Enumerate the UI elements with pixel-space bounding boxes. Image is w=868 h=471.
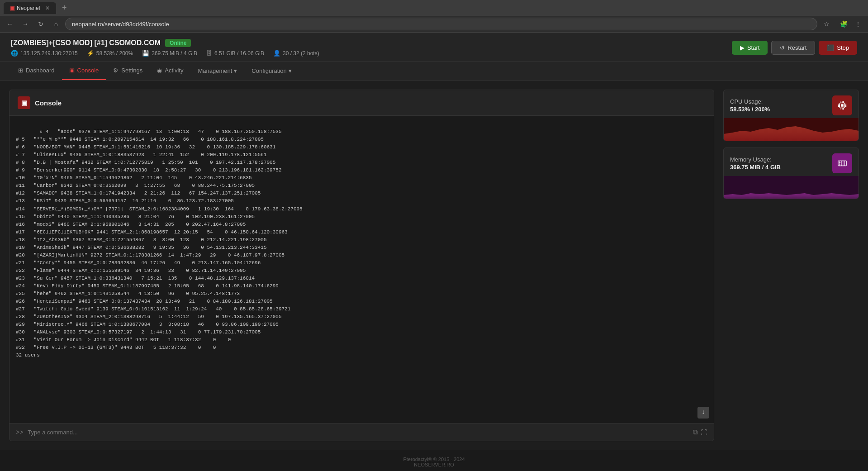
content-area: ▣ Console # 4 "aods" 9378 STEAM_1:1:9477…	[0, 81, 868, 450]
server-actions: ▶ Start ↺ Restart ⬛ Stop	[732, 41, 857, 55]
active-tab[interactable]: ▣ Neopanel ✕	[4, 2, 56, 14]
cpu-icon-card	[832, 95, 852, 115]
memory-value: 369.75 MiB / 4 GiB	[730, 164, 781, 171]
tab-title: Neopanel	[17, 5, 40, 11]
svg-rect-1	[841, 104, 844, 107]
management-chevron: ▾	[234, 67, 237, 74]
tab-configuration[interactable]: Configuration ▾	[244, 62, 299, 80]
cpu-card-header: CPU Usage: 58.53% / 200%	[724, 90, 859, 118]
server-disk: 6.51 GiB / 16.06 GiB	[214, 50, 264, 57]
start-button[interactable]: ▶ Start	[732, 41, 768, 55]
console-header: ▣ Console	[9, 90, 714, 116]
tab-settings[interactable]: ⚙ Settings	[106, 62, 150, 80]
memory-resource-card: Memory Usage: 369.75 MiB / 4 GiB	[723, 147, 859, 199]
server-players: 30 / 32 (2 bots)	[283, 50, 319, 57]
restart-button[interactable]: ↺ Restart	[771, 41, 815, 55]
menu-btn[interactable]: ⋮	[852, 18, 864, 30]
tab-activity[interactable]: ◉ Activity	[150, 62, 190, 80]
console-text: # 4 "aods" 9378 STEAM_1:1:947798167 13 1…	[16, 129, 303, 358]
console-output: # 4 "aods" 9378 STEAM_1:1:947798167 13 1…	[9, 116, 714, 423]
settings-icon: ⚙	[113, 67, 119, 74]
console-panel: ▣ Console # 4 "aods" 9378 STEAM_1:1:9477…	[9, 90, 714, 441]
footer: Pterodactyl® © 2015 - 2024 NEOSERVER.RO	[0, 450, 868, 471]
dashboard-icon: ⊞	[18, 67, 23, 74]
start-icon: ▶	[740, 44, 745, 51]
console-prompt-icon: >>	[16, 428, 23, 436]
stat-cpu: ⚡ 58.53% / 200%	[87, 50, 133, 57]
stop-button[interactable]: ⬛ Stop	[819, 41, 857, 55]
memory-icon: 💾	[142, 50, 149, 57]
console-input[interactable]	[28, 429, 688, 436]
console-fullscreen-btn[interactable]: ⛶	[701, 428, 707, 436]
tab-dashboard[interactable]: ⊞ Dashboard	[11, 62, 62, 80]
cpu-chart	[724, 118, 859, 141]
restart-icon: ↺	[780, 44, 785, 51]
nav-tabs: ⊞ Dashboard ▣ Console ⚙ Settings ◉ Activ…	[0, 62, 868, 81]
extensions-btn[interactable]: 🧩	[837, 18, 850, 30]
cpu-label: CPU Usage:	[730, 98, 770, 105]
reload-button[interactable]: ↻	[34, 18, 47, 30]
svg-marker-22	[724, 193, 859, 199]
server-ip: 135.125.249.130:27015	[20, 50, 78, 57]
browser-chrome: ▣ Neopanel ✕ + ← → ↻ ⌂ ☆ 🧩 ⋮	[0, 0, 868, 33]
tab-close[interactable]: ✕	[45, 5, 50, 11]
stop-label: Stop	[837, 44, 849, 51]
cpu-info: CPU Usage: 58.53% / 200%	[730, 98, 770, 113]
stat-memory: 💾 369.75 MiB / 4 GiB	[142, 50, 197, 57]
management-label: Management	[198, 67, 232, 74]
players-icon: 👤	[273, 50, 280, 57]
scroll-down-btn[interactable]: ↓	[697, 407, 709, 419]
stat-players: 👤 30 / 32 (2 bots)	[273, 50, 319, 57]
tab-management[interactable]: Management ▾	[190, 62, 244, 80]
memory-card-header: Memory Usage: 369.75 MiB / 4 GiB	[724, 148, 859, 176]
new-tab-btn[interactable]: +	[58, 2, 71, 14]
tab-favicon: ▣	[10, 5, 15, 11]
footer-company: NEOSERVER.RO	[414, 462, 454, 467]
tab-console-label: Console	[77, 67, 99, 74]
tab-console[interactable]: ▣ Console	[62, 62, 106, 80]
forward-button[interactable]: →	[19, 18, 32, 30]
activity-icon: ◉	[157, 67, 162, 74]
app-container: [ZOMBIES]+[CSO MOD] [#1] CSOMOD.COM Onli…	[0, 33, 868, 471]
server-memory: 369.75 MiB / 4 GiB	[152, 50, 197, 57]
back-button[interactable]: ←	[4, 18, 16, 30]
svg-marker-14	[724, 126, 859, 141]
stat-ip: 🌐 135.125.249.130:27015	[11, 50, 78, 57]
server-title-area: [ZOMBIES]+[CSO MOD] [#1] CSOMOD.COM Onli…	[11, 39, 319, 57]
home-button[interactable]: ⌂	[50, 18, 62, 30]
memory-label: Memory Usage:	[730, 156, 781, 163]
tab-activity-label: Activity	[165, 67, 183, 74]
disk-icon: 🗄	[206, 50, 212, 57]
cpu-icon: ⚡	[87, 50, 94, 57]
tab-dashboard-label: Dashboard	[26, 67, 55, 74]
right-panel: CPU Usage: 58.53% / 200%	[723, 90, 859, 441]
server-cpu: 58.53% / 200%	[96, 50, 133, 57]
console-title: Console	[35, 99, 62, 107]
address-bar[interactable]	[65, 18, 817, 30]
server-name: [ZOMBIES]+[CSO MOD] [#1] CSOMOD.COM	[11, 39, 161, 47]
memory-icon-card	[832, 153, 852, 173]
server-header: [ZOMBIES]+[CSO MOD] [#1] CSOMOD.COM Onli…	[0, 33, 868, 62]
start-label: Start	[747, 44, 759, 51]
memory-chart	[724, 176, 859, 199]
status-badge: Online	[165, 39, 191, 47]
console-copy-btn[interactable]: ⧉	[693, 428, 698, 436]
configuration-label: Configuration	[251, 67, 286, 74]
memory-info: Memory Usage: 369.75 MiB / 4 GiB	[730, 156, 781, 171]
browser-tab-bar: ▣ Neopanel ✕ +	[0, 0, 868, 16]
restart-label: Restart	[787, 44, 806, 51]
console-tab-icon: ▣	[69, 67, 75, 74]
cpu-value: 58.53% / 200%	[730, 106, 770, 113]
console-input-bar: >> ⧉ ⛶	[9, 423, 714, 441]
console-input-actions: ⧉ ⛶	[693, 428, 707, 436]
bookmark-btn[interactable]: ☆	[820, 18, 833, 30]
configuration-chevron: ▾	[289, 67, 292, 74]
footer-copyright: Pterodactyl® © 2015 - 2024	[403, 457, 465, 462]
server-stats: 🌐 135.125.249.130:27015 ⚡ 58.53% / 200% …	[11, 50, 319, 57]
console-header-icon: ▣	[18, 96, 30, 109]
browser-controls: ← → ↻ ⌂ ☆ 🧩 ⋮	[0, 16, 868, 32]
stat-disk: 🗄 6.51 GiB / 16.06 GiB	[206, 50, 264, 57]
browser-actions: 🧩 ⋮	[837, 18, 864, 30]
stop-icon: ⬛	[827, 44, 834, 51]
cpu-resource-card: CPU Usage: 58.53% / 200%	[723, 90, 859, 141]
